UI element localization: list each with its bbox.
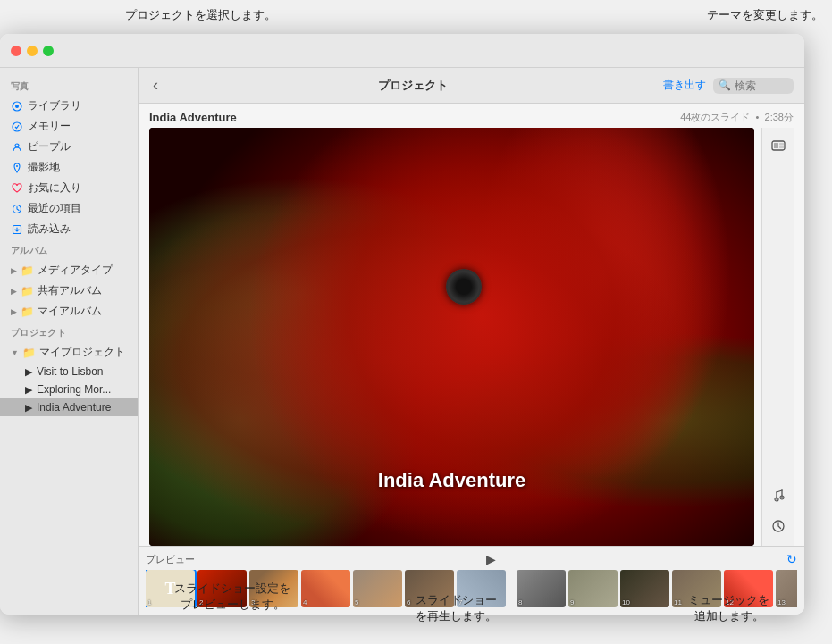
places-icon [11,162,23,174]
recents-label: 最近の項目 [28,201,81,216]
sidebar-item-library[interactable]: ライブラリ [0,96,138,116]
sidebar-section-projects: プロジェクト [0,322,138,342]
toolbar-title: プロジェクト [169,78,656,94]
slideshow-icon3: ▶ [25,402,32,414]
import-icon [11,223,23,236]
project-name: India Adventure [149,111,237,124]
traffic-lights [11,46,54,56]
people-label: ピープル [28,139,71,155]
film-thumb-4[interactable]: 4 [301,570,350,607]
right-panel [761,128,794,546]
filmstrip-controls: プレビュー ▶ ↻ [146,552,797,566]
project-folder-icon: 📁 [22,347,36,359]
myalbums-folder-icon: 📁 [21,305,34,318]
sidebar-album-myalbums[interactable]: ▶ 📁 マイアルバム [0,301,138,322]
duration-button[interactable] [766,514,791,539]
minimize-button[interactable] [27,46,38,56]
people-icon [11,141,23,154]
shared-folder-icon: 📁 [21,285,34,297]
content-area: 写真 ライブラリ メモリー ピープル [0,68,804,615]
search-icon: 🔍 [719,79,731,91]
recent-icon [11,203,23,215]
theme-button[interactable] [766,135,791,160]
callout-bottom-left: スライドショー設定を プレビューします。 [174,581,290,613]
memories-label: メモリー [28,119,71,134]
sidebar-item-exploring-mor[interactable]: ▶ Exploring Mor... [0,381,138,398]
duration: 2:38分 [765,112,794,122]
svg-rect-10 [779,146,784,149]
library-label: ライブラリ [28,98,81,113]
project-header: India Adventure 44枚のスライド • 2:38分 [139,104,804,128]
memory-icon [11,121,23,133]
svg-rect-9 [779,143,784,146]
india-adventure-label: India Adventure [37,401,111,414]
app-window: 写真 ライブラリ メモリー ピープル [0,34,804,615]
film-thumb-10[interactable]: 10 [620,570,669,607]
play-button[interactable]: ▶ [486,552,496,566]
photo-icon [11,100,23,113]
svg-point-4 [16,165,18,167]
chevron-down-icon: ▼ [11,348,19,357]
sidebar-item-imports[interactable]: 読み込み [0,219,138,239]
film-thumb-5[interactable]: 5 [353,570,402,607]
preview-container: India Adventure [139,128,804,546]
projects-folder-label: マイプロジェクト [39,345,125,360]
sidebar-item-recents[interactable]: 最近の項目 [0,198,138,219]
album-folder-icon: 📁 [21,264,34,277]
loop-button[interactable]: ↻ [786,552,797,566]
favorites-label: お気に入り [28,180,81,196]
chevron-right-icon: ▶ [11,266,17,275]
imports-label: 読み込み [28,222,71,237]
exploring-mor-label: Exploring Mor... [37,383,111,396]
film-thumb-9[interactable]: 9 [568,570,618,607]
music-button[interactable] [766,483,791,508]
shared-label: 共有アルバム [38,283,102,298]
sidebar-section-albums: アルバム [0,239,138,260]
film-thumb-13[interactable]: 13 [776,570,797,607]
title-bar [0,34,804,68]
callout-top-right: テーマを変更します。 [707,7,823,23]
sidebar-item-visit-lisbon[interactable]: ▶ Visit to Lisbon [0,363,138,381]
film-thumb-8[interactable]: 8 [517,570,566,607]
sidebar-album-shared[interactable]: ▶ 📁 共有アルバム [0,280,138,301]
sidebar-item-places[interactable]: 撮影地 [0,157,138,178]
sidebar-projects-folder[interactable]: ▼ 📁 マイプロジェクト [0,342,138,363]
slideshow-icon2: ▶ [25,384,32,396]
close-button[interactable] [11,46,21,56]
chevron-right-icon2: ▶ [11,287,17,296]
search-box: 🔍 [713,78,794,94]
callout-bottom-right: ミュージックを 追加します。 [688,592,769,624]
search-input[interactable] [735,79,788,92]
sidebar-item-favorites[interactable]: お気に入り [0,178,138,198]
sidebar-item-people[interactable]: ピープル [0,137,138,157]
toolbar: ‹ プロジェクト 書き出す 🔍 [139,68,804,104]
svg-point-3 [15,144,19,147]
sidebar-item-india-adventure[interactable]: ▶ India Adventure [0,398,138,416]
project-meta: 44枚のスライド • 2:38分 [680,111,794,124]
svg-rect-8 [774,143,778,148]
slideshow-icon: ▶ [25,366,32,378]
back-button[interactable]: ‹ [149,76,162,95]
sidebar-album-mediatype[interactable]: ▶ 📁 メディアタイプ [0,260,138,280]
export-button[interactable]: 書き出す [663,78,706,93]
visit-lisbon-label: Visit to Lisbon [37,365,104,378]
mediatype-label: メディアタイプ [38,263,113,278]
places-label: 撮影地 [28,160,60,175]
myalbums-label: マイアルバム [38,304,102,319]
sidebar-item-memories[interactable]: メモリー [0,116,138,137]
sidebar-section-photos: 写真 [0,75,138,96]
heart-icon [11,182,23,195]
main-panel: ‹ プロジェクト 書き出す 🔍 India Adventure 44枚のスライド… [139,68,804,615]
sidebar: 写真 ライブラリ メモリー ピープル [0,68,139,615]
maximize-button[interactable] [43,46,54,56]
slideshow-preview: India Adventure [149,128,754,546]
callout-bottom-mid: スライドショー を再生します。 [416,592,497,624]
slideshow-title-overlay: India Adventure [378,469,525,492]
callout-top-left: プロジェクトを選択します。 [125,7,276,23]
slide-count: 44枚のスライド [680,112,750,122]
svg-point-1 [15,105,19,108]
preview-label: プレビュー [146,553,195,566]
chevron-right-icon3: ▶ [11,307,17,316]
